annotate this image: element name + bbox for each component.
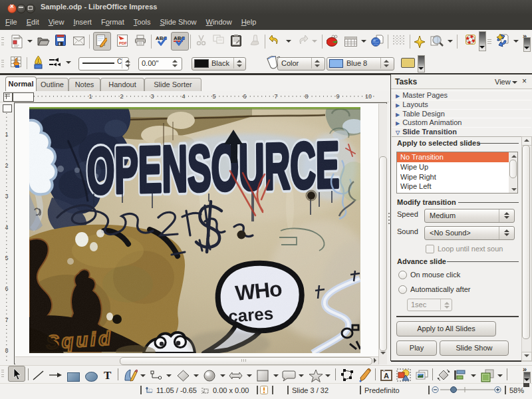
svg-text:1: 1 [5, 131, 8, 138]
svg-text:6: 6 [243, 93, 246, 100]
svg-text:8: 8 [5, 347, 8, 354]
svg-text:7: 7 [5, 317, 8, 323]
svg-text:3: 3 [150, 93, 154, 100]
svg-text:PDF: PDF [119, 41, 127, 45]
svg-text:A: A [384, 372, 389, 380]
svg-text:7: 7 [274, 93, 277, 100]
svg-text:2: 2 [5, 162, 8, 169]
svg-text:10: 10 [365, 93, 372, 100]
svg-text:5: 5 [5, 255, 8, 261]
svg-text:9: 9 [336, 93, 339, 100]
svg-text:4: 4 [5, 224, 8, 231]
svg-text:6: 6 [5, 285, 8, 292]
svg-text:2: 2 [120, 93, 123, 100]
svg-text:1: 1 [88, 93, 92, 100]
svg-text:4: 4 [182, 93, 185, 100]
svg-text:3: 3 [5, 193, 8, 200]
svg-text:8: 8 [305, 93, 308, 100]
svg-text:5: 5 [212, 93, 215, 100]
